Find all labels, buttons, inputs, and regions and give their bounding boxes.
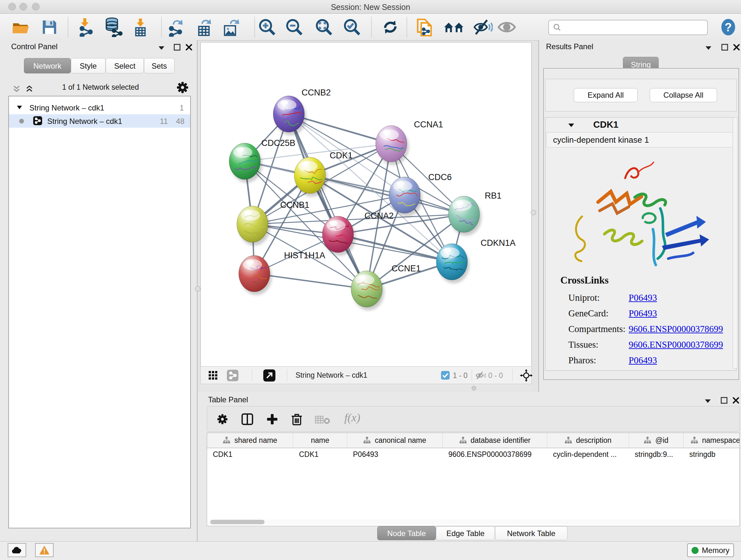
first-neighbors-button[interactable] xyxy=(444,17,464,37)
node-HIST1H1A[interactable]: HIST1H1A xyxy=(239,251,325,295)
panel-close-icon[interactable] xyxy=(732,396,740,404)
table-cell[interactable]: stringdb xyxy=(684,448,740,461)
table-cell[interactable]: P06493 xyxy=(347,448,443,461)
column-header-shared-name[interactable]: shared name xyxy=(207,433,293,448)
table-settings-gear-icon[interactable] xyxy=(217,414,228,425)
control-tab-style[interactable]: Style xyxy=(71,58,106,73)
panel-dropdown-icon[interactable] xyxy=(704,398,711,403)
panel-close-icon[interactable] xyxy=(185,44,193,51)
tree-expander-icon[interactable] xyxy=(17,105,22,110)
column-header-description[interactable]: description xyxy=(547,433,629,448)
apply-style-documents-icon xyxy=(415,17,434,37)
node-CCNB2[interactable]: CCNB2 xyxy=(273,88,331,135)
fit-content-crosshair-icon[interactable] xyxy=(520,369,533,382)
export-table-icon xyxy=(195,17,214,37)
panel-float-icon[interactable] xyxy=(720,396,728,404)
crosslink-link[interactable]: P06493 xyxy=(629,308,657,319)
show-columns-icon[interactable] xyxy=(241,413,254,426)
export-table-button[interactable] xyxy=(195,17,214,37)
delete-column-trash-icon[interactable] xyxy=(291,413,303,426)
search-field[interactable] xyxy=(548,20,708,35)
current-network-dot xyxy=(19,119,24,124)
zoom-out-icon xyxy=(285,18,304,37)
network-collection-row[interactable]: String Network – cdk1 1 xyxy=(9,101,190,114)
table-cell[interactable]: CDK1 xyxy=(293,448,347,461)
open-in-window-icon[interactable] xyxy=(263,369,275,381)
network-graph[interactable]: CCNB2CCNA1CDC25BCDK1CDC6RB1CCNB1CCNA2CDK… xyxy=(201,43,531,366)
panel-float-icon[interactable] xyxy=(721,44,729,51)
column-header--id[interactable]: @id xyxy=(629,433,684,448)
crosslink-link[interactable]: P06493 xyxy=(629,355,657,366)
network-options-gear-icon[interactable] xyxy=(176,81,189,94)
left-splitter-handle[interactable] xyxy=(195,286,200,292)
expand-all-button[interactable]: Expand All xyxy=(574,88,637,102)
open-session-button[interactable] xyxy=(11,18,30,37)
horizontal-splitter[interactable] xyxy=(200,384,532,392)
selected-checkbox-icon[interactable] xyxy=(441,371,450,380)
crosslink-link[interactable]: P06493 xyxy=(629,293,657,303)
node-CDC25B[interactable]: CDC25B xyxy=(229,138,295,183)
column-header-name[interactable]: name xyxy=(293,433,347,448)
zoom-selected-button[interactable] xyxy=(343,18,361,37)
tab-edge-table[interactable]: Edge Table xyxy=(436,526,495,540)
cloud-status-button[interactable] xyxy=(8,543,26,557)
control-tab-sets[interactable]: Sets xyxy=(144,58,175,73)
network-canvas[interactable]: CCNB2CCNA1CDC25BCDK1CDC6RB1CCNB1CCNA2CDK… xyxy=(200,43,532,366)
table-cell[interactable]: CDK1 xyxy=(207,448,293,461)
tab-network-table[interactable]: Network Table xyxy=(495,526,567,540)
houses-icon xyxy=(444,17,464,37)
column-header-canonical-name[interactable]: canonical name xyxy=(347,433,443,448)
node-CDKN1A[interactable]: CDKN1A xyxy=(436,238,516,283)
hidden-eye-icon[interactable] xyxy=(475,371,487,380)
help-button[interactable]: ? xyxy=(721,18,736,36)
node-title: CDK1 xyxy=(593,119,618,130)
table-cell[interactable]: cyclin-dependent ... xyxy=(547,448,629,461)
column-header-database-identifier[interactable]: database identifier xyxy=(443,433,547,448)
collapse-all-button[interactable]: Collapse All xyxy=(650,88,717,102)
refresh-view-button[interactable] xyxy=(381,18,399,36)
right-splitter-handle[interactable] xyxy=(531,210,536,215)
table-cell[interactable]: 9606.ENSP00000378699 xyxy=(443,448,547,461)
hide-selected-button[interactable] xyxy=(473,17,493,37)
table-data-row[interactable]: CDK1CDK1P064939606.ENSP00000378699cyclin… xyxy=(207,448,740,461)
zoom-in-button[interactable] xyxy=(258,18,276,37)
network-share-view-icon[interactable] xyxy=(227,370,239,381)
panel-dropdown-icon[interactable] xyxy=(705,45,712,51)
table-hscrollbar-thumb[interactable] xyxy=(210,520,265,524)
import-network-from-file-button[interactable] xyxy=(77,17,96,37)
warning-status-button[interactable] xyxy=(35,543,54,557)
node-CDC6[interactable]: CDC6 xyxy=(389,172,452,216)
memory-button[interactable]: Memory xyxy=(687,543,734,557)
grid-view-icon[interactable] xyxy=(208,370,218,381)
show-all-button[interactable] xyxy=(497,17,517,37)
table-cell[interactable]: stringdb:9... xyxy=(629,448,684,461)
export-network-button[interactable] xyxy=(166,17,185,37)
section-expander-icon[interactable] xyxy=(568,123,575,128)
crosslink-link[interactable]: 9606.ENSP00000378699 xyxy=(629,324,723,334)
search-input[interactable] xyxy=(564,21,703,33)
expand-all-icon[interactable] xyxy=(25,84,34,94)
panel-float-icon[interactable] xyxy=(173,44,181,51)
results-scrollbar[interactable] xyxy=(733,117,738,368)
save-session-button[interactable] xyxy=(41,18,58,36)
create-column-plus-icon[interactable] xyxy=(266,413,279,426)
apply-style-button[interactable] xyxy=(415,17,434,37)
zoom-out-button[interactable] xyxy=(285,18,304,37)
panel-dropdown-icon[interactable] xyxy=(158,45,165,51)
tab-node-table[interactable]: Node Table xyxy=(377,526,436,540)
node-CCNE1[interactable]: CCNE1 xyxy=(351,264,421,310)
crosslink-link[interactable]: 9606.ENSP00000378699 xyxy=(629,339,723,350)
control-tab-network[interactable]: Network xyxy=(24,58,71,73)
column-header-namespace[interactable]: namespace xyxy=(684,433,740,448)
zoom-fit-button[interactable] xyxy=(315,18,333,37)
collapse-all-icon[interactable] xyxy=(12,84,21,94)
table-hscrollbar[interactable] xyxy=(208,519,738,524)
import-network-from-database-button[interactable] xyxy=(104,17,123,37)
network-row-selected[interactable]: String Network – cdk1 11 48 xyxy=(9,114,190,128)
panel-close-icon[interactable] xyxy=(733,44,740,51)
node-RB1[interactable]: RB1 xyxy=(448,191,502,236)
control-tab-select[interactable]: Select xyxy=(106,58,144,73)
node-CCNA1[interactable]: CCNA1 xyxy=(376,120,443,165)
export-image-button[interactable] xyxy=(222,17,241,37)
import-table-from-file-button[interactable] xyxy=(131,18,150,37)
